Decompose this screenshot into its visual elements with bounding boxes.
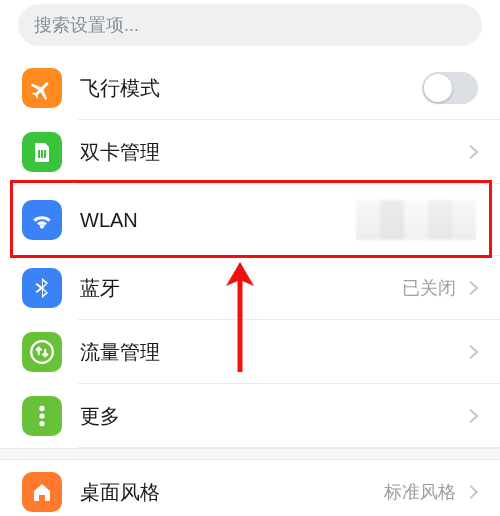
chevron-right-icon [464,281,478,295]
data-label: 流量管理 [80,339,160,366]
home-icon [22,472,62,512]
row-data-management[interactable]: 流量管理 [0,320,500,384]
toggle-knob [424,74,452,102]
airplane-label: 飞行模式 [80,75,160,102]
bluetooth-icon [22,268,62,308]
airplane-toggle[interactable] [422,72,478,104]
sim-icon [22,132,62,172]
chevron-right-icon [464,409,478,423]
wlan-value-censored [356,200,476,240]
svg-point-4 [39,406,44,411]
row-airplane-mode[interactable]: 飞行模式 [0,56,500,120]
sim-label: 双卡管理 [80,139,160,166]
bluetooth-label: 蓝牙 [80,275,120,302]
row-bluetooth[interactable]: 蓝牙 已关闭 [0,256,500,320]
more-label: 更多 [80,403,120,430]
airplane-icon [22,68,62,108]
chevron-right-icon [464,145,478,159]
chevron-right-icon [464,485,478,499]
more-icon [22,396,62,436]
svg-rect-1 [41,150,43,158]
wlan-label: WLAN [80,209,138,232]
search-box[interactable] [18,4,482,46]
svg-point-6 [39,421,44,426]
svg-rect-0 [38,150,40,158]
data-icon [22,332,62,372]
row-wlan[interactable]: WLAN [0,184,500,256]
section-divider [0,448,500,460]
row-desktop-style[interactable]: 桌面风格 标准风格 [0,460,500,516]
desktop-label: 桌面风格 [80,479,160,506]
svg-point-5 [39,413,44,418]
svg-rect-2 [44,150,46,158]
desktop-value: 标准风格 [384,480,456,504]
row-sim-management[interactable]: 双卡管理 [0,120,500,184]
bluetooth-value: 已关闭 [402,276,456,300]
wifi-icon [22,200,62,240]
row-more[interactable]: 更多 [0,384,500,448]
svg-point-3 [31,341,53,363]
chevron-right-icon [464,345,478,359]
search-input[interactable] [34,15,466,36]
